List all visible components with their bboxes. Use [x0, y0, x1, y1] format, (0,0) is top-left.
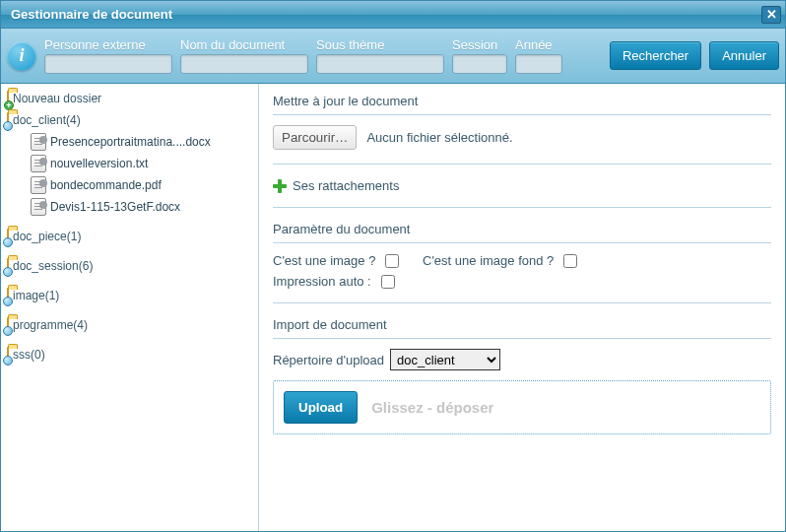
is-bg-image-checkbox[interactable] [563, 254, 577, 268]
folder-doc-client[interactable]: doc_client(4) [1, 109, 258, 131]
file-item[interactable]: Devis1-115-13GetF.docx [1, 196, 258, 218]
magnifier-icon [3, 267, 13, 277]
field-sous-theme: Sous thème [316, 37, 444, 74]
divider [273, 207, 771, 208]
field-session: Session [452, 37, 507, 74]
file-chooser-row: Parcourir… Aucun fichier sélectionné. [273, 125, 771, 150]
folder-label: doc_session(6) [13, 259, 93, 273]
magnifier-icon [3, 121, 13, 131]
info-icon[interactable]: i [7, 41, 36, 71]
input-personne-externe[interactable] [44, 54, 172, 74]
folder-label: doc_client(4) [13, 113, 81, 127]
detail-panel: Mettre à jour le document Parcourir… Auc… [259, 84, 785, 531]
section-update-title: Mettre à jour le document [273, 94, 771, 115]
file-icon [31, 198, 46, 216]
divider [273, 164, 771, 165]
field-personne-externe: Personne externe [44, 37, 172, 74]
section-params-title: Paramètre du document [273, 222, 771, 243]
input-nom-document[interactable] [180, 54, 308, 74]
folder-label: programme(4) [13, 318, 88, 332]
file-name: nouvelleversion.txt [50, 157, 148, 170]
file-icon [31, 176, 46, 194]
file-item[interactable]: Presenceportraitmatina....docx [1, 131, 258, 153]
window-title: Gestionnaire de document [11, 7, 172, 22]
drop-hint: Glissez - déposer [371, 399, 493, 416]
search-toolbar: i Personne externe Nom du document Sous … [1, 29, 785, 84]
input-annee[interactable] [515, 54, 562, 74]
auto-print-checkbox[interactable] [381, 275, 395, 289]
label-sous-theme: Sous thème [316, 37, 444, 52]
attachments-label: Ses rattachements [293, 178, 399, 193]
file-item[interactable]: nouvelleversion.txt [1, 153, 258, 174]
titlebar: Gestionnaire de document ✕ [1, 1, 785, 29]
is-bg-image-label: C'est une image fond ? [423, 253, 554, 268]
close-button[interactable]: ✕ [761, 6, 781, 24]
file-name: bondecommande.pdf [50, 178, 162, 192]
file-icon [31, 133, 46, 151]
folder-label: sss(0) [13, 348, 45, 362]
folder-label: image(1) [13, 289, 59, 302]
label-personne-externe: Personne externe [44, 37, 172, 52]
attachments-link[interactable]: Ses rattachements [273, 178, 771, 193]
search-button[interactable]: Rechercher [610, 41, 701, 70]
magnifier-icon [3, 297, 13, 306]
dropzone[interactable]: Upload Glissez - déposer [273, 380, 771, 434]
file-item[interactable]: bondecommande.pdf [1, 174, 258, 196]
new-folder-label: Nouveau dossier [13, 92, 101, 105]
input-session[interactable] [452, 54, 507, 74]
is-image-label: C'est une image ? [273, 253, 375, 268]
folder-tree: + Nouveau dossier doc_client(4) Presence… [1, 84, 259, 531]
cancel-button[interactable]: Annuler [709, 41, 779, 70]
browse-button[interactable]: Parcourir… [273, 125, 357, 150]
upload-dir-select[interactable]: doc_client [390, 349, 500, 370]
dialog-window: Gestionnaire de document ✕ i Personne ex… [0, 0, 786, 532]
file-name: Presenceportraitmatina....docx [50, 135, 211, 149]
file-name: Devis1-115-13GetF.docx [50, 200, 180, 214]
content-layout: + Nouveau dossier doc_client(4) Presence… [1, 84, 785, 531]
plus-icon [273, 179, 287, 193]
upload-button[interactable]: Upload [284, 391, 358, 424]
upload-dir-label: Répertoire d'upload [273, 353, 384, 367]
folder-doc-session[interactable]: doc_session(6) [1, 255, 258, 277]
field-nom-document: Nom du document [180, 37, 308, 74]
divider [273, 302, 771, 303]
auto-print-label: Impression auto : [273, 274, 371, 289]
file-icon [31, 155, 46, 172]
magnifier-icon [3, 356, 13, 366]
section-import-title: Import de document [273, 317, 771, 339]
label-nom-document: Nom du document [180, 37, 308, 52]
label-annee: Année [515, 37, 562, 52]
folder-image[interactable]: image(1) [1, 285, 258, 306]
is-image-checkbox[interactable] [385, 254, 399, 268]
no-file-text: Aucun fichier sélectionné. [366, 130, 512, 145]
close-icon: ✕ [766, 7, 777, 22]
magnifier-icon [3, 237, 13, 247]
folder-sss[interactable]: sss(0) [1, 344, 258, 366]
folder-doc-piece[interactable]: doc_piece(1) [1, 226, 258, 247]
folder-label: doc_piece(1) [13, 230, 81, 243]
field-annee: Année [515, 37, 562, 74]
magnifier-icon [3, 326, 13, 336]
label-session: Session [452, 37, 507, 52]
folder-programme[interactable]: programme(4) [1, 314, 258, 336]
new-folder-button[interactable]: + Nouveau dossier [1, 88, 258, 109]
input-sous-theme[interactable] [316, 54, 444, 74]
